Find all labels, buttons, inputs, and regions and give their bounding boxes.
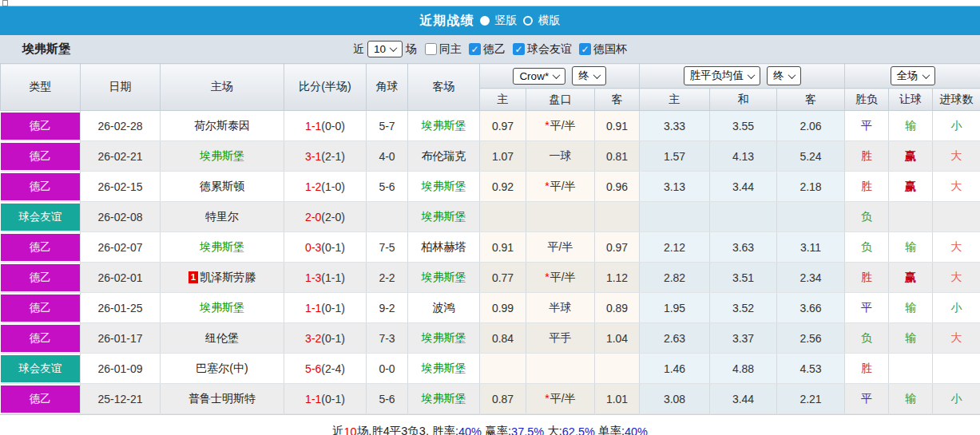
match-score: 1-3(1-1) bbox=[284, 263, 367, 293]
match-row: 球会友谊26-02-08特里尔2-0(2-0)埃弗斯堡负 bbox=[1, 202, 980, 232]
match-type-badge: 德乙 bbox=[1, 234, 81, 261]
team-name: 埃弗斯堡 bbox=[22, 42, 70, 57]
result-outcome: 胜 bbox=[845, 263, 889, 293]
result-handicap bbox=[889, 202, 933, 232]
sub-header-avg-away: 客 bbox=[777, 89, 845, 111]
away-team-name[interactable]: 埃弗斯堡 bbox=[422, 331, 466, 344]
fullmatch-select[interactable]: 全场 bbox=[891, 66, 935, 85]
avg-final-select[interactable]: 终 bbox=[767, 66, 801, 85]
away-team-name[interactable]: 柏林赫塔 bbox=[422, 240, 466, 253]
match-type: 德乙 bbox=[1, 141, 81, 172]
away-team-name[interactable]: 波鸿 bbox=[433, 301, 455, 314]
home-team-cell: 荷尔斯泰因 bbox=[161, 111, 284, 141]
match-type-badge: 德乙 bbox=[1, 295, 81, 322]
home-team-cell: 埃弗斯堡 bbox=[161, 293, 284, 323]
away-team-name[interactable]: 埃弗斯堡 bbox=[422, 210, 466, 223]
col-header-away: 客场 bbox=[408, 64, 480, 111]
match-row: 德乙26-02-21埃弗斯堡3-1(2-1)4-0布伦瑞克1.07一球0.811… bbox=[1, 141, 980, 172]
handicap-name: 平/半 bbox=[550, 271, 576, 283]
checkbox-friendly-icon[interactable]: ✓ bbox=[513, 43, 525, 55]
handicap-name: 平/半 bbox=[550, 180, 576, 192]
radio-vertical-icon[interactable] bbox=[480, 16, 490, 26]
avg-type-select[interactable]: 胜平负均值 bbox=[684, 66, 761, 85]
sub-header-avg-draw: 和 bbox=[710, 89, 777, 111]
match-type-badge: 德乙 bbox=[1, 325, 81, 352]
handicap-name: 平/半 bbox=[548, 240, 573, 253]
home-team-name[interactable]: 埃弗斯堡 bbox=[200, 149, 244, 162]
chevron-down-icon bbox=[922, 71, 930, 79]
checkbox-cup-icon[interactable]: ✓ bbox=[579, 43, 591, 55]
rank-badge: 1 bbox=[188, 271, 198, 283]
home-team-cell: 埃弗斯堡 bbox=[161, 232, 284, 263]
radio-horizontal-label[interactable]: 横版 bbox=[538, 14, 561, 28]
odds-final-select[interactable]: 终 bbox=[572, 66, 606, 85]
away-team-name[interactable]: 埃弗斯堡 bbox=[422, 362, 466, 374]
odds-company-select[interactable]: Crow* bbox=[513, 68, 565, 85]
odds-handicap bbox=[526, 354, 595, 384]
odds-handicap: *平/半 bbox=[526, 384, 595, 414]
odds-home: 0.99 bbox=[480, 293, 526, 323]
checkbox-same-home-icon[interactable] bbox=[425, 43, 437, 55]
halftime-score: (2-1) bbox=[321, 150, 345, 163]
away-team-cell: 埃弗斯堡 bbox=[408, 172, 480, 202]
corner-score: 4-0 bbox=[367, 141, 408, 172]
home-team-name[interactable]: 纽伦堡 bbox=[205, 331, 239, 344]
odds-group-header: Crow* 终 bbox=[480, 64, 640, 89]
home-team-name[interactable]: 荷尔斯泰因 bbox=[194, 119, 250, 132]
recent-count-select[interactable]: 10 bbox=[367, 41, 403, 57]
avg-home: 2.63 bbox=[640, 323, 710, 354]
summary-segment: 62.5% bbox=[562, 425, 595, 435]
home-team-name[interactable]: 凯泽斯劳滕 bbox=[200, 271, 256, 283]
away-team-name[interactable]: 埃弗斯堡 bbox=[422, 180, 466, 192]
away-team-name[interactable]: 埃弗斯堡 bbox=[422, 119, 466, 132]
avg-away: 2.34 bbox=[777, 263, 845, 293]
filter-bar: 埃弗斯堡 近 10 场 同主✓德乙✓球会友谊✓德国杯 bbox=[0, 35, 980, 63]
home-team-name[interactable]: 巴塞尔(中) bbox=[196, 362, 248, 374]
home-team-name[interactable]: 埃弗斯堡 bbox=[200, 301, 244, 314]
away-team-cell: 埃弗斯堡 bbox=[408, 263, 480, 293]
avg-away: 3.11 bbox=[777, 232, 845, 263]
handicap-name: 平/半 bbox=[550, 392, 576, 405]
odds-handicap: *平/半 bbox=[526, 111, 595, 141]
summary-segment: 赢率: bbox=[482, 424, 511, 435]
home-team-name[interactable]: 埃弗斯堡 bbox=[200, 240, 244, 253]
result-outcome: 胜 bbox=[845, 141, 889, 172]
result-goals: 大 bbox=[933, 263, 980, 293]
result-goals bbox=[933, 202, 980, 232]
halftime-score: (2-0) bbox=[321, 211, 345, 223]
halftime-score: (0-1) bbox=[321, 241, 345, 254]
away-team-name[interactable]: 埃弗斯堡 bbox=[422, 392, 466, 405]
away-team-name[interactable]: 埃弗斯堡 bbox=[422, 271, 466, 283]
radio-vertical-label[interactable]: 竖版 bbox=[495, 14, 518, 28]
checkbox-same-home-label[interactable]: 同主 bbox=[439, 42, 462, 57]
checkbox-league-icon[interactable]: ✓ bbox=[469, 43, 481, 55]
match-row: 德乙26-01-17纽伦堡3-2(0-1)7-3埃弗斯堡0.84平手1.042.… bbox=[1, 323, 980, 354]
away-team-name[interactable]: 布伦瑞克 bbox=[422, 149, 466, 162]
checkbox-league-label[interactable]: 德乙 bbox=[483, 42, 506, 57]
avg-draw: 3.51 bbox=[710, 263, 777, 293]
checkbox-cup-label[interactable]: 德国杯 bbox=[593, 42, 627, 57]
home-team-name[interactable]: 特里尔 bbox=[205, 210, 239, 223]
match-score: 2-0(2-0) bbox=[284, 202, 367, 232]
away-team-cell: 埃弗斯堡 bbox=[408, 354, 480, 384]
avg-home: 3.13 bbox=[640, 172, 710, 202]
filter-checkboxes: 同主✓德乙✓球会友谊✓德国杯 bbox=[420, 42, 627, 57]
match-date: 26-01-25 bbox=[81, 293, 161, 323]
away-team-cell: 柏林赫塔 bbox=[408, 232, 480, 263]
home-team-name[interactable]: 德累斯顿 bbox=[200, 180, 244, 192]
home-team-name[interactable]: 普鲁士明斯特 bbox=[188, 392, 256, 405]
checkbox-friendly-label[interactable]: 球会友谊 bbox=[527, 42, 572, 57]
match-type: 德乙 bbox=[1, 323, 81, 354]
radio-horizontal-icon[interactable] bbox=[523, 16, 533, 26]
fulltime-score: 3-1 bbox=[305, 150, 321, 163]
handicap-name: 半球 bbox=[550, 301, 572, 314]
away-team-cell: 埃弗斯堡 bbox=[408, 323, 480, 354]
match-score: 3-1(2-1) bbox=[284, 141, 367, 172]
result-goals: 小 bbox=[933, 111, 980, 141]
match-type: 德乙 bbox=[1, 232, 81, 263]
summary-segment: 40% bbox=[625, 425, 648, 435]
odds-home: 0.77 bbox=[480, 263, 526, 293]
odds-away: 1.12 bbox=[595, 263, 640, 293]
match-type-badge: 德乙 bbox=[1, 386, 81, 413]
result-goals: 大 bbox=[933, 323, 980, 354]
